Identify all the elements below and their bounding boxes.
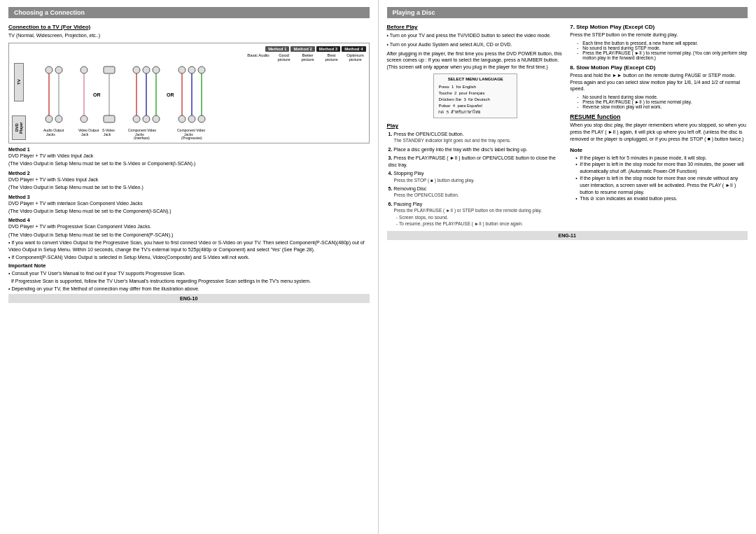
method3-section: Method 3 DVD Player + TV with interlace … [8,195,370,215]
step7-body: Press the STEP button on the remote duri… [570,31,748,38]
note-heading: Note [570,147,748,153]
svg-text:Jacks: Jacks [46,132,55,136]
before-play-line1: • Turn on your TV and press the TV/VIDEO… [387,32,565,39]
svg-rect-25 [104,115,115,122]
svg-point-31 [198,115,205,122]
step7-section: 7. Step Motion Play (Except CD) Press th… [570,24,748,60]
method2-line1: DVD Player + TV with S-Video Input Jack [8,176,370,183]
method1-line2: (The Video Output in Setup Menu must be … [8,160,370,167]
resume-body: When you stop disc play, the player reme… [570,122,748,142]
resume-section: RESUME function When you stop disc play,… [570,113,748,142]
play-section: Play 1. Press the OPEN/CLOSE button. The… [387,122,565,227]
svg-point-0 [46,66,52,73]
svg-point-1 [55,66,62,73]
method-3-box: Method 3 [316,46,340,52]
svg-text:OR: OR [93,92,101,97]
note-section: Note If the player is left for 5 minutes… [570,147,748,203]
tv-side-label: TV [14,63,24,101]
play-step-1: 1. Press the OPEN/CLOSE button. The STAN… [388,131,565,144]
method2-line2: (The Video Output in Setup Menu must be … [8,184,370,190]
cable-diagram-container: TV DVD Player [12,63,366,140]
right-page: Playing a Disc Before Play • Turn on you… [379,0,757,534]
method4-title: Method 4 [8,218,370,223]
svg-point-5 [143,66,150,73]
left-section-title: Choosing a Connection [8,7,370,18]
method-2-box: Method 2 [290,46,314,52]
right-section-title: Playing a Disc [387,7,748,18]
note-bullets: If the player is left for 5 minutes in p… [570,155,748,203]
play-step-5: 5. Removing Disc Press the OPEN/CLOSE bu… [388,185,565,199]
svg-text:(Progressive): (Progressive) [181,136,202,140]
svg-point-26 [133,115,140,122]
svg-text:Jack: Jack [104,132,111,136]
right-right-col: 7. Step Motion Play (Except CD) Press th… [570,24,748,230]
method-1-box: Method 1 [265,46,289,52]
svg-point-4 [133,66,140,73]
language-select-box: SELECT MENU LANGUAGE Press 1 for English… [433,73,517,118]
lang-item-5: กด 5 สำหรับภาษาไทย [438,109,512,115]
basic-audio-label: Basic Audio [246,53,271,62]
method4-line3: • If you want to convert Video Output to… [8,239,370,253]
svg-text:Jack: Jack [81,132,89,136]
svg-point-24 [80,115,88,122]
svg-point-27 [143,115,150,122]
method3-line1: DVD Player + TV with interlace Scan Comp… [8,200,370,206]
step8-body: Press and hold the ►► button on the remo… [570,72,748,92]
right-content: Before Play • Turn on your TV and press … [387,24,748,230]
step8-section: 8. Slow Motion Play (Except CD) Press an… [570,64,748,109]
resume-heading: RESUME function [570,113,748,120]
svg-point-22 [46,115,52,122]
svg-point-23 [55,115,62,122]
before-play-body: After plugging in the player, the first … [387,50,565,71]
method1-title: Method 1 [8,147,370,152]
svg-text:(Interface): (Interface) [134,136,150,140]
svg-point-6 [153,66,160,73]
connection-diagram: Method 1 Method 2 Method 3 Method 4 Basi… [8,43,370,143]
imp-note-1: • Consult your TV User's Manual to find … [8,270,370,276]
important-note-title: Important Note [8,262,370,269]
methods-row: Method 1 Method 2 Method 3 Method 4 [12,46,366,52]
method3-line2: (The Video Output in Setup Menu must be … [8,208,370,214]
connection-section: Connection to a TV (For Video) TV (Norma… [8,24,370,293]
svg-point-7 [178,66,186,73]
connection-intro: TV (Normal, Widescreen, Projection, etc.… [8,32,370,39]
play-step-2: 2. Place a disc gently into the tray wit… [388,146,565,153]
svg-point-9 [198,66,205,73]
svg-point-8 [188,66,195,73]
lang-item-4: Pulsar 4 para Español [438,103,512,109]
optimum-picture-label: Optimum picture [345,53,366,62]
lang-box-title: SELECT MENU LANGUAGE [438,76,512,83]
svg-text:OR: OR [167,92,174,97]
play-step-4: 4. Stopping Play Press the STOP ( ■ ) bu… [388,170,565,183]
lang-item-3: Drücken Sie 3 für Deutsch [438,97,512,103]
method3-title: Method 3 [8,195,370,199]
dvd-side-label: DVD Player [12,115,26,140]
left-footer: ENG-10 [8,294,370,303]
left-page: Choosing a Connection Connection to a TV… [0,0,379,534]
method2-section: Method 2 DVD Player + TV with S-Video In… [8,171,370,191]
method1-line1: DVD Player + TV with Video Input Jack [8,153,370,159]
play-heading: Play [387,122,565,129]
lang-item-1: Press 1 for English [438,84,512,90]
right-left-col: Before Play • Turn on your TV and press … [387,24,565,230]
right-footer: ENG-11 [387,231,748,240]
play-step-3: 3. Press the PLAY/PAUSE ( ►II ) button o… [388,155,565,168]
play-steps: 1. Press the OPEN/CLOSE button. The STAN… [387,131,565,227]
svg-rect-3 [104,66,115,73]
method4-line2: (The Video Output in Setup Menu must be … [8,232,370,238]
best-picture-label: Best picture [321,53,342,62]
svg-point-2 [80,66,88,73]
svg-point-30 [188,115,195,122]
method4-line4: • If Component(P-SCAN) Video Output is s… [8,254,370,260]
before-play-line2: • Turn on your Audio System and select A… [387,41,565,48]
before-play-heading: Before Play [387,24,565,30]
good-picture-label: Good picture [274,53,295,62]
imp-note-3: • Depending on your TV, the Method of co… [8,286,370,292]
method4-line1: DVD Player + TV with Progressive Scan Co… [8,223,370,230]
important-note-section: Important Note • Consult your TV User's … [8,262,370,293]
step7-heading: 7. Step Motion Play (Except CD) [570,24,748,30]
lang-item-2: Touche 2 pour Français [438,90,512,97]
method-4-box: Method 4 [342,46,365,52]
better-picture-label: Better picture [298,53,318,62]
cable-svg: OR OR Audio Output [28,63,366,140]
